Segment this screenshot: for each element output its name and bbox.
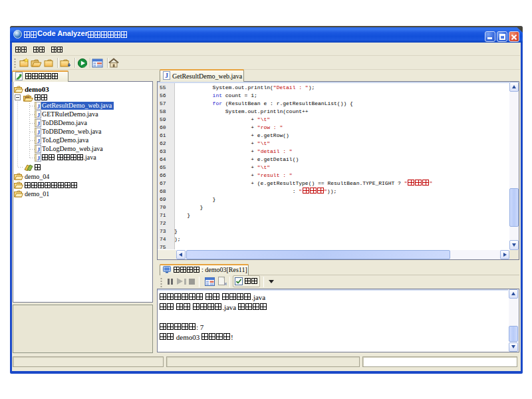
svg-text:J: J <box>37 120 41 126</box>
svg-text:J: J <box>165 72 168 79</box>
svg-text:J: J <box>37 102 41 109</box>
svg-text:J: J <box>37 146 41 152</box>
svg-text:x: x <box>224 281 227 286</box>
svg-text:J: J <box>37 128 41 135</box>
svg-text:J: J <box>37 137 41 144</box>
svg-text:J: J <box>37 154 41 161</box>
svg-text:J: J <box>37 111 41 118</box>
